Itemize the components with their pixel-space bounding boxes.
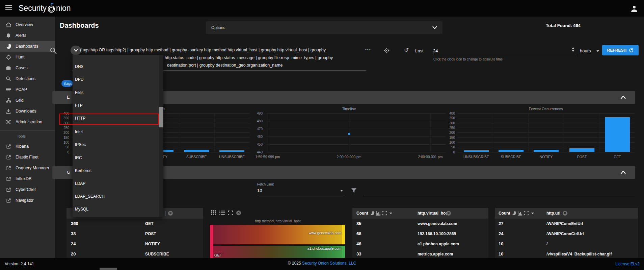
- query-input-line3[interactable]: destination.port | groupby destination_g…: [167, 63, 283, 68]
- bar-chart-icon[interactable]: [376, 211, 381, 216]
- dropdown-item-ipsec[interactable]: IPSec: [75, 140, 159, 150]
- stepper-up-icon[interactable]: [572, 47, 574, 49]
- number-stepper[interactable]: [572, 47, 574, 52]
- remove-group-icon[interactable]: ✕: [168, 211, 173, 216]
- unit-select-caret-icon[interactable]: [596, 50, 599, 52]
- collapse-chevron-up-icon[interactable]: [621, 171, 626, 174]
- sidebar-item-kibana[interactable]: Kibana: [0, 141, 55, 152]
- dropdown-item-irc[interactable]: IRC: [75, 153, 159, 163]
- sidebar-item-label: PCAP: [16, 87, 27, 92]
- bar-get[interactable]: [605, 117, 630, 152]
- bar-post[interactable]: [569, 148, 594, 152]
- more-options-icon[interactable]: •••: [365, 48, 371, 52]
- table-row[interactable]: 27 /WANIPConnEvtUrl: [495, 219, 638, 229]
- sankey-diagram[interactable]: www.genevalab.com a1.phobos.apple.com GE…: [210, 224, 346, 258]
- collapse-chevron-up-icon[interactable]: [621, 96, 626, 99]
- sort-caret-icon[interactable]: [390, 213, 392, 214]
- sort-caret-icon[interactable]: [531, 213, 534, 214]
- y-tick: 490: [252, 112, 263, 115]
- table-row[interactable]: 48 a1.phobos.apple.com: [352, 239, 488, 249]
- filter-chip[interactable]: (tags: [61, 80, 73, 87]
- sidebar-item-detections[interactable]: Detections: [0, 73, 55, 84]
- sidebar-item-overview[interactable]: Overview: [0, 19, 55, 30]
- license-link[interactable]: License:ELv2: [615, 262, 640, 266]
- sidebar-item-navigator[interactable]: Navigator: [0, 195, 55, 206]
- horizontal-scrollbar-thumb[interactable]: [100, 268, 117, 270]
- fullscreen-icon[interactable]: [382, 211, 387, 215]
- query-input-line2[interactable]: http.status_code | groupby http.status_m…: [165, 55, 333, 60]
- bar-notify[interactable]: [534, 150, 559, 152]
- remove-group-icon[interactable]: ✕: [446, 211, 451, 216]
- table-row[interactable]: 360 GET: [66, 219, 203, 229]
- table-row[interactable]: 24 NOTIFY: [66, 239, 203, 249]
- stepper-down-icon[interactable]: [572, 50, 574, 52]
- sidebar-item-label: Alerts: [16, 33, 26, 38]
- table-row[interactable]: 68 192.168.10.100:2869: [352, 229, 488, 239]
- unit-select[interactable]: hours: [580, 48, 591, 53]
- hamburger-menu-icon[interactable]: [5, 5, 12, 10]
- table-row[interactable]: 10 /: [495, 239, 638, 249]
- table-row[interactable]: 10 /v/vspfiles/V4_Backup/list-char.gif: [495, 249, 638, 258]
- fetch-limit-select[interactable]: 10: [257, 188, 262, 193]
- dropdown-item-kerberos[interactable]: Kerberos: [75, 166, 159, 176]
- user-account-icon[interactable]: [630, 5, 638, 12]
- sidebar-item-cases[interactable]: Cases: [0, 63, 55, 73]
- refresh-button[interactable]: REFRESH: [602, 45, 639, 55]
- sidebar-item-hunt[interactable]: Hunt: [0, 52, 55, 63]
- fullscreen-icon[interactable]: [228, 211, 233, 215]
- sidebar-item-administration[interactable]: Administration: [0, 117, 55, 127]
- timeline-title: Timeline: [329, 107, 369, 111]
- grid-view-icon[interactable]: [211, 210, 216, 215]
- dropdown-item-mysql[interactable]: MySQL: [75, 204, 159, 214]
- remove-group-icon[interactable]: ✕: [563, 211, 567, 216]
- pie-chart-icon[interactable]: [512, 211, 516, 216]
- dropdown-item-files[interactable]: Files: [75, 88, 159, 98]
- dropdown-item-dpd[interactable]: DPD: [75, 74, 159, 84]
- sidebar-item-pcap[interactable]: PCAP: [0, 84, 55, 95]
- bar-chart-icon[interactable]: [518, 211, 522, 216]
- sankey-target-node-1[interactable]: [342, 225, 345, 244]
- dropdown-item-ftp[interactable]: FTP: [75, 100, 159, 111]
- dropdown-item-intel[interactable]: Intel: [75, 127, 159, 137]
- sidebar-item-alerts[interactable]: Alerts: [0, 30, 55, 41]
- bar-subscribe[interactable]: [184, 150, 209, 152]
- options-panel[interactable]: Options: [206, 21, 442, 34]
- fetch-limit-label: Fetch Limit: [257, 182, 274, 186]
- dropdown-item-ldap-search[interactable]: LDAP_SEARCH: [75, 191, 159, 201]
- sidebar-item-downloads[interactable]: Downloads: [0, 106, 55, 117]
- fullscreen-icon[interactable]: [524, 211, 529, 215]
- sankey-source-node[interactable]: [210, 225, 213, 258]
- sidebar-item-elastic-fleet[interactable]: Elastic Fleet: [0, 152, 55, 163]
- bar-unsubscribe[interactable]: [219, 150, 244, 152]
- list-view-icon[interactable]: [219, 211, 225, 215]
- bar-subscribe[interactable]: [499, 150, 524, 152]
- timeline-data-point[interactable]: [348, 133, 350, 135]
- dropdown-item-dns[interactable]: DNS: [75, 62, 159, 72]
- dropdown-item-ldap[interactable]: LDAP: [75, 178, 159, 189]
- sankey-target-node-2[interactable]: [342, 246, 345, 258]
- table-row[interactable]: 33 metrics.apple.com: [352, 249, 488, 258]
- sidebar-item-dashboards[interactable]: Dashboards: [0, 41, 55, 52]
- row-count: 85: [356, 221, 361, 226]
- filter-funnel-icon[interactable]: [351, 188, 357, 193]
- close-panel-icon[interactable]: ✕: [236, 211, 241, 215]
- sidebar-item-osquery-manager[interactable]: Osquery Manager: [0, 163, 55, 173]
- dropdown-scrollbar-thumb[interactable]: [159, 107, 163, 127]
- target-icon[interactable]: [384, 48, 390, 53]
- table-row[interactable]: 20 SUBSCRIBE: [66, 249, 203, 258]
- history-clock-icon[interactable]: ↺: [404, 47, 409, 54]
- sidebar-item-influxdb[interactable]: InfluxDB: [0, 173, 55, 184]
- table-row[interactable]: 85 www.genevalab.com: [352, 219, 488, 229]
- duration-input[interactable]: 24: [433, 48, 438, 53]
- bar-unsubscribe[interactable]: [464, 150, 489, 152]
- table-row[interactable]: 24 /WANIPConnCtrlUrl: [495, 229, 638, 239]
- dropdown-scrollbar[interactable]: [159, 55, 163, 217]
- query-dropdown-toggle[interactable]: [71, 46, 81, 55]
- sidebar-item-grid[interactable]: Grid: [0, 95, 55, 106]
- query-input-line1[interactable]: (tags:http OR tags:http2) | groupby http…: [80, 48, 326, 52]
- pie-chart-icon[interactable]: [370, 211, 375, 216]
- table-row[interactable]: 38 POST: [66, 229, 203, 239]
- company-link[interactable]: Security Onion Solutions, LLC: [302, 261, 356, 266]
- fetch-limit-caret-icon[interactable]: [340, 190, 343, 192]
- sidebar-item-cyberchef[interactable]: CyberChef: [0, 184, 55, 195]
